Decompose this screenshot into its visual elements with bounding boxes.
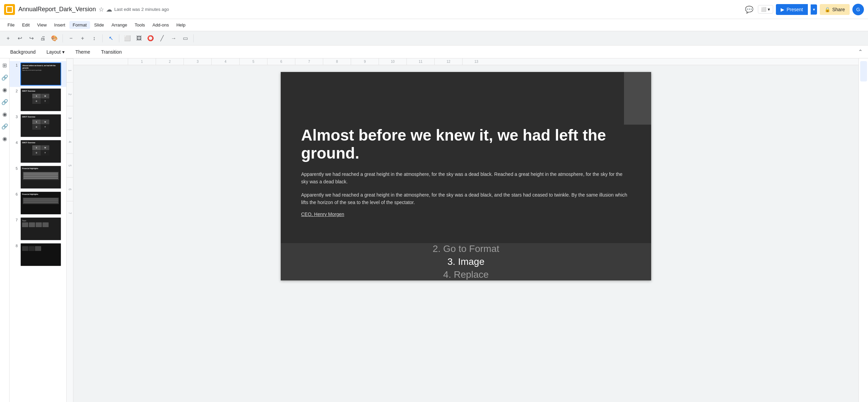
slide-thumb-2[interactable]: SWOT Overview S W O T <box>20 88 61 111</box>
present-button[interactable]: ▶ Present <box>776 4 808 15</box>
slide-item-1[interactable]: 1 Almost before we knew it, we had left … <box>10 61 66 87</box>
collapse-panel-button[interactable]: ⌃ <box>858 49 863 55</box>
slide-thumb-7[interactable]: Team <box>20 217 61 240</box>
menu-insert[interactable]: Insert <box>51 21 69 29</box>
left-side-icons: ⊞ 🔗 ◉ 🔗 ◉ 🔗 ◉ <box>0 58 10 402</box>
menu-slide[interactable]: Slide <box>91 21 107 29</box>
fin-row-2 <box>23 174 58 176</box>
sidebar-icon-1[interactable]: ⊞ <box>1 61 9 69</box>
share-label: Share <box>832 7 845 12</box>
share-button[interactable]: 🔒 Share <box>820 4 850 15</box>
slide-number-6: 6 <box>12 191 18 196</box>
print-button[interactable]: 🖨 <box>37 33 48 44</box>
zoom-in-button[interactable]: + <box>77 33 88 44</box>
menu-tools[interactable]: Tools <box>131 21 148 29</box>
thumb-label-5: Financial Highlights <box>22 167 59 170</box>
slide-item-2[interactable]: 2 SWOT Overview S W O T <box>10 87 66 113</box>
slide-thumb-4[interactable]: SWOT Overview S W O T <box>20 140 61 163</box>
menu-file[interactable]: File <box>4 21 18 29</box>
frame-tool-button[interactable]: ▭ <box>180 33 191 44</box>
menu-help[interactable]: Help <box>173 21 189 29</box>
sidebar-icon-2[interactable]: 🔗 <box>1 73 9 81</box>
fin-row-6-1 <box>23 198 58 200</box>
comments-button[interactable]: 💬 <box>743 3 755 16</box>
slide-item-3[interactable]: 3 SWOT Overview S W O T <box>10 113 66 139</box>
fin-row-6-3 <box>23 202 58 203</box>
team-photo-2 <box>29 222 35 227</box>
slide-number-1: 1 <box>12 62 18 67</box>
star-icon[interactable]: ☆ <box>99 6 104 13</box>
tab-transition[interactable]: Transition <box>96 47 126 57</box>
ruler-mark-10: 10 <box>379 58 406 65</box>
text-box-button[interactable]: ⬜ <box>122 33 133 44</box>
last-edit-label: Last edit was 2 minutes ago <box>114 7 169 12</box>
right-tab-1[interactable] <box>860 61 867 81</box>
thumb-label-2: SWOT Overview <box>22 90 59 92</box>
shapes-button[interactable]: ⭕ <box>145 33 156 44</box>
ruler-mark-11: 11 <box>406 58 434 65</box>
slide-item-5[interactable]: 5 Financial Highlights <box>10 164 66 190</box>
cloud-icon[interactable]: ☁ <box>106 6 112 13</box>
sidebar-icon-3[interactable]: ◉ <box>1 86 9 94</box>
slide-thumb-5[interactable]: Financial Highlights <box>20 166 61 189</box>
menu-addons[interactable]: Add-ons <box>149 21 172 29</box>
slide-item-6[interactable]: 6 Financial Highlights <box>10 190 66 216</box>
thumb-label-4: SWOT Overview <box>22 142 59 144</box>
swot-w-4: W <box>41 145 50 150</box>
tab-background[interactable]: Background <box>5 47 40 57</box>
slide-thumb-6[interactable]: Financial Highlights <box>20 191 61 215</box>
tab-theme[interactable]: Theme <box>71 47 95 57</box>
menu-view[interactable]: View <box>34 21 50 29</box>
canvas-with-ruler: 1 2 3 4 5 6 7 Almost before we knew it, … <box>67 65 858 402</box>
swot-o-3: O <box>32 125 41 130</box>
slide-canvas[interactable]: Almost before we knew it, we had left th… <box>281 72 651 280</box>
tab-layout[interactable]: Layout ▾ <box>42 47 69 57</box>
team-label-7: Team <box>22 220 59 222</box>
slide-item-8[interactable]: 8 <box>10 242 66 268</box>
slide-number-2: 2 <box>12 88 18 93</box>
slide-item-4[interactable]: 4 SWOT Overview S W O T <box>10 139 66 164</box>
user-avatar[interactable]: G <box>852 4 864 15</box>
slide-main-content: Almost before we knew it, we had left th… <box>301 126 631 217</box>
sidebar-icon-4[interactable]: 🔗 <box>1 98 9 106</box>
select-tool-button[interactable]: ↖ <box>105 33 116 44</box>
zoom-out-button[interactable]: − <box>66 33 76 44</box>
toolbar-group-select: ↖ <box>105 33 116 44</box>
zoom-fit-button[interactable]: ↕ <box>89 33 100 44</box>
redo-button[interactable]: ↪ <box>26 33 37 44</box>
slide-item-7[interactable]: 7 Team <box>10 216 66 242</box>
undo-button[interactable]: ↩ <box>14 33 25 44</box>
frame-select[interactable]: ⬜ ▾ <box>758 5 773 14</box>
present-dropdown-button[interactable]: ▾ <box>811 4 817 15</box>
menu-edit[interactable]: Edit <box>19 21 33 29</box>
slide-top-rect <box>624 72 651 125</box>
dark-grid-8 <box>22 246 59 251</box>
menu-format[interactable]: Format <box>69 21 90 29</box>
image-button[interactable]: 🖼 <box>134 33 144 44</box>
financial-thumb-5 <box>23 172 59 180</box>
slide-number-4: 4 <box>12 140 18 145</box>
add-slide-button[interactable]: + <box>3 33 14 44</box>
paint-format-button[interactable]: 🎨 <box>49 33 60 44</box>
slide-mode-tabs: Background Layout ▾ Theme Transition ⌃ <box>0 45 868 58</box>
ruler-marks: 1 2 3 4 5 6 7 8 9 10 11 12 13 <box>128 58 490 65</box>
ruler-mark-4: 4 <box>211 58 239 65</box>
slide-thumb-1[interactable]: Almost before we knew it, we had left th… <box>20 62 61 86</box>
slide-body-2: Apparently we had reached a great height… <box>301 191 631 206</box>
menu-arrange[interactable]: Arrange <box>108 21 131 29</box>
sidebar-icon-7[interactable]: ◉ <box>1 134 9 143</box>
sidebar-icon-6[interactable]: 🔗 <box>1 122 9 130</box>
ruler-horizontal: 1 2 3 4 5 6 7 8 9 10 11 12 13 <box>67 58 858 65</box>
ruler-mark-6: 6 <box>267 58 295 65</box>
slide-thumb-8[interactable] <box>20 243 61 266</box>
slide-number-5: 5 <box>12 166 18 170</box>
slide-thumb-3[interactable]: SWOT Overview S W O T <box>20 114 61 137</box>
thumb-title-1: Almost before we knew it, we had left th… <box>22 65 59 69</box>
sidebar-icon-5[interactable]: ◉ <box>1 110 9 118</box>
canvas-scroll: Almost before we knew it, we had left th… <box>67 65 858 402</box>
slide-panel: 1 Almost before we knew it, we had left … <box>10 58 67 402</box>
ruler-mark-3: 3 <box>184 58 211 65</box>
ruler-mark-12: 12 <box>434 58 462 65</box>
line-button[interactable]: ╱ <box>157 33 168 44</box>
arrow-button[interactable]: → <box>168 33 179 44</box>
